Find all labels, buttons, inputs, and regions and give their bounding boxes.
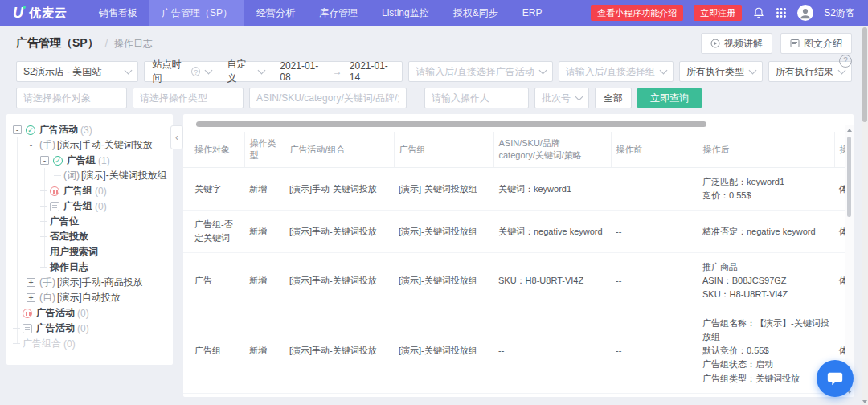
- nav-item-sales-dashboard[interactable]: 销售看板: [87, 0, 149, 26]
- campaign-select[interactable]: 请输入后/直接选择广告活动: [408, 61, 552, 82]
- time-help-icon[interactable]: ?: [191, 67, 200, 76]
- table-vertical-scrollbar[interactable]: [845, 125, 854, 397]
- archived-status-icon: [50, 202, 59, 211]
- nav-item-ad-management-sp[interactable]: 广告管理（SP）: [149, 0, 244, 26]
- tree-item-adgroups-archived[interactable]: 广告组(0): [6, 198, 170, 214]
- cell-target: 广告组-否定关键词: [183, 211, 244, 253]
- cell-action: 新增: [244, 211, 285, 253]
- tree-item-adgroup-keyword[interactable]: (词)[演示]-关键词投放组: [6, 168, 170, 183]
- time-type-select[interactable]: 站点时间 ?: [145, 62, 219, 81]
- table-body: 关键字新增[演示]手动-关键词投放[演示]-关键词投放组关键词：keyword1…: [183, 168, 854, 398]
- collapse-tree-button[interactable]: ‹: [170, 125, 183, 149]
- table-wrapper: 操作对象操作类型广告活动/组合广告组ASIN/SKU/品牌 category/关…: [183, 132, 854, 397]
- tree-item-label: 广告组: [63, 199, 92, 213]
- chevron-down-icon: [538, 67, 547, 75]
- collapse-toggle-icon[interactable]: -: [13, 125, 22, 134]
- column-header-entity: ASIN/SKU/品牌 category/关键词/策略: [493, 132, 611, 168]
- horizontal-scrollbar[interactable]: [196, 121, 706, 127]
- tree-connector: [13, 313, 20, 313]
- main-menu: 销售看板广告管理（SP）经营分析库存管理Listing监控授权&同步ERP: [87, 0, 554, 26]
- scroll-up-arrow-icon[interactable]: [847, 129, 852, 132]
- register-button[interactable]: 立即注册: [694, 5, 742, 21]
- table-scrollbar-thumb[interactable]: [847, 137, 851, 217]
- breadcrumb: 广告管理（SP） / 操作日志: [16, 36, 153, 51]
- all-filter-select[interactable]: 全部: [595, 88, 632, 108]
- user-avatar[interactable]: [797, 5, 813, 21]
- log-table-card: 操作对象操作类型广告活动/组合广告组ASIN/SKU/品牌 category/关…: [183, 114, 854, 397]
- tree-item-portfolios[interactable]: 广告组合(0): [6, 336, 170, 351]
- operator-input[interactable]: [424, 88, 529, 108]
- chevron-down-icon: [205, 67, 213, 75]
- nav-item-listing-monitor[interactable]: Listing监控: [370, 0, 441, 26]
- chat-widget-button[interactable]: [817, 360, 854, 397]
- cell-campaign: [演示]手动-关键词投放: [285, 211, 394, 253]
- column-header-before: 操作前: [611, 132, 698, 168]
- cell-action: 新增: [244, 168, 285, 211]
- breadcrumb-parent[interactable]: 广告管理（SP）: [16, 36, 99, 51]
- collapse-toggle-icon[interactable]: -: [27, 141, 35, 149]
- window-scrollbar-thumb[interactable]: [862, 27, 867, 122]
- breadcrumb-current: 操作日志: [114, 37, 153, 51]
- tree-item-search-terms[interactable]: 用户搜索词: [6, 244, 170, 260]
- exec-type-value: 所有执行类型: [686, 65, 744, 79]
- nav-item-business-analysis[interactable]: 经营分析: [244, 0, 307, 26]
- chevron-down-icon: [838, 67, 846, 75]
- tree-item-campaign-auto[interactable]: +(自)[演示]自动投放: [6, 290, 170, 305]
- cell-target: 广告组: [183, 309, 244, 393]
- tree-item-adgroups-enabled[interactable]: -✓广告组(1): [6, 153, 170, 168]
- nav-item-inventory[interactable]: 库存管理: [307, 0, 370, 26]
- cell-before: --: [611, 211, 698, 253]
- operation-type-input[interactable]: [133, 88, 244, 108]
- search-button[interactable]: 立即查询: [637, 88, 702, 108]
- operation-target-input[interactable]: [16, 88, 127, 108]
- tree-item-count: (0): [77, 308, 89, 319]
- batch-number-placeholder: 批次号: [542, 92, 571, 105]
- tree-list: -✓广告活动(3)-(手)[演示]手动-关键词投放-✓广告组(1)(词)[演示]…: [6, 122, 170, 351]
- adgroup-select[interactable]: 请输入后/直接选择组: [559, 61, 674, 82]
- time-mode-select[interactable]: 自定义: [219, 62, 272, 81]
- tree-item-campaign-manual-keyword[interactable]: -(手)[演示]手动-关键词投放: [6, 137, 170, 153]
- scroll-down-arrow-icon[interactable]: [862, 400, 867, 403]
- tree-item-placements[interactable]: 广告位: [6, 214, 170, 229]
- date-range-picker[interactable]: 2021-01-08 → 2021-01-14: [272, 62, 402, 81]
- notification-bell-icon[interactable]: [752, 6, 765, 19]
- tree-item-campaigns-enabled[interactable]: -✓广告活动(3): [6, 122, 170, 137]
- tree-item-label: 广告活动: [39, 123, 78, 137]
- batch-number-select[interactable]: 批次号: [534, 88, 589, 108]
- nav-item-erp[interactable]: ERP: [510, 0, 555, 26]
- docs-guide-button[interactable]: 图文介绍: [780, 33, 852, 54]
- tree-item-label: 广告活动: [36, 306, 75, 320]
- cell-after: 广泛匹配：keyword1 竞价：0.55$: [698, 168, 834, 211]
- collapse-toggle-icon[interactable]: -: [40, 156, 49, 165]
- cell-adgroup: [演示]-关键词投放组: [394, 309, 493, 393]
- tree-connector: [40, 206, 47, 207]
- campaign-select-placeholder: 请输入后/直接选择广告活动: [416, 65, 534, 79]
- tree-item-campaign-manual-product[interactable]: +(手)[演示]手动-商品投放: [6, 275, 170, 290]
- tree-item-campaigns-paused[interactable]: 广告活动(0): [6, 305, 170, 321]
- help-icon[interactable]: ?: [839, 55, 852, 68]
- exec-type-select[interactable]: 所有执行类型: [679, 61, 763, 82]
- window-scrollbar[interactable]: [862, 26, 868, 405]
- apps-grid-icon[interactable]: [776, 7, 787, 18]
- paused-status-icon: [23, 309, 32, 318]
- cell-adgroup: [演示]-关键词投放组: [394, 211, 493, 253]
- cell-after: 精准否定：negative keyword: [698, 211, 834, 253]
- tree-item-operation-log[interactable]: 操作日志: [6, 260, 170, 275]
- tree-item-negative-targeting[interactable]: 否定投放: [6, 229, 170, 244]
- entity-search-input[interactable]: [249, 88, 407, 108]
- mini-program-intro-button[interactable]: 查看小程序功能介绍: [591, 5, 683, 21]
- table-row: 关键字新增[演示]手动-关键词投放[演示]-关键词投放组关键词：keyword1…: [183, 168, 854, 211]
- cell-adgroup: --: [394, 393, 493, 397]
- expand-toggle-icon[interactable]: +: [27, 278, 35, 287]
- cell-adgroup: [演示]-关键词投放组: [394, 168, 493, 211]
- tree-item-adgroups-paused[interactable]: 广告组(0): [6, 183, 170, 198]
- cell-before: --: [611, 168, 698, 211]
- tree-item-campaigns-archived[interactable]: 广告活动(0): [6, 321, 170, 336]
- video-guide-button[interactable]: 视频讲解: [701, 33, 772, 54]
- username[interactable]: S2游客: [824, 6, 855, 20]
- expand-toggle-icon[interactable]: +: [27, 293, 35, 302]
- nav-item-auth-sync[interactable]: 授权&同步: [441, 0, 510, 26]
- top-navbar: U 优麦云 销售看板广告管理（SP）经营分析库存管理Listing监控授权&同步…: [0, 0, 868, 26]
- brand[interactable]: U 优麦云: [0, 0, 87, 26]
- store-select[interactable]: S2演示店 - 美国站: [16, 61, 138, 82]
